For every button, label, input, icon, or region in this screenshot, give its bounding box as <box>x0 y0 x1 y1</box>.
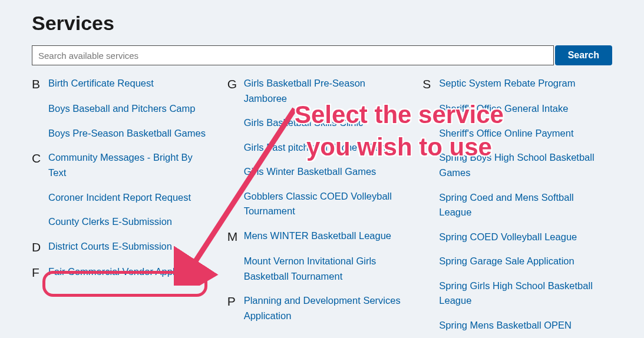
index-letter <box>422 279 439 309</box>
service-link[interactable]: Sheriff's Office Online Payment <box>439 126 585 141</box>
service-link[interactable]: Spring Garage Sale Application <box>439 254 586 269</box>
index-letter <box>32 190 48 206</box>
service-entry: County Clerks E-Submission <box>32 212 222 232</box>
service-entry: Spring Mens Basketball OPEN <box>422 316 612 336</box>
service-entry: Spring Girls High School Basketball Leag… <box>422 276 612 311</box>
service-entry: BBirth Certificate Request <box>32 74 222 94</box>
service-link[interactable]: Birth Certificate Request <box>48 76 166 92</box>
service-link[interactable]: District Courts E-Submission <box>48 239 184 255</box>
index-letter <box>422 254 439 269</box>
service-link[interactable]: Girls Basketball Pre-Season Jamboree <box>244 76 417 106</box>
index-letter: F <box>32 264 48 280</box>
index-letter: C <box>32 150 48 180</box>
service-entry: Boys Baseball and Pitchers Camp <box>32 99 222 119</box>
index-letter <box>227 115 244 131</box>
service-link[interactable]: Mount Vernon Invitational Girls Basketba… <box>244 254 417 284</box>
service-link[interactable]: Spring Boys High School Basketball Games <box>439 150 612 180</box>
service-link[interactable]: Sheriff's Office General Intake <box>439 101 580 117</box>
service-link[interactable]: Boys Pre-Season Basketball Games <box>48 126 217 141</box>
service-entry: PPlanning and Development Services Appli… <box>227 291 417 326</box>
service-link[interactable]: Spring COED Volleyball League <box>439 230 589 245</box>
index-letter: G <box>227 76 244 106</box>
index-letter: P <box>227 293 244 323</box>
service-entry: Sheriff's Office Online Payment <box>422 124 612 144</box>
service-entry: Spring COED Volleyball League <box>422 227 612 247</box>
service-entry: Girls Basketball Skills Clinic <box>227 113 417 133</box>
index-letter <box>422 230 439 245</box>
service-entry: SSeptic System Rebate Program <box>422 74 612 94</box>
index-letter <box>32 214 48 230</box>
service-entry: Sheriff's Office General Intake <box>422 99 612 119</box>
column-2: GGirls Basketball Pre-Season JamboreeGir… <box>227 74 417 335</box>
service-link[interactable]: Coroner Incident Report Request <box>48 190 203 206</box>
service-link[interactable]: County Clerks E-Submission <box>48 214 184 230</box>
service-entry: DDistrict Courts E-Submission <box>32 237 222 257</box>
index-letter: B <box>32 76 48 92</box>
service-link[interactable]: Planning and Development Services Applic… <box>244 293 417 323</box>
index-letter <box>227 189 244 219</box>
service-link[interactable]: Mens WINTER Basketball League <box>244 228 403 244</box>
service-link[interactable]: Septic System Rebate Program <box>439 76 587 92</box>
column-1: BBirth Certificate RequestBoys Baseball … <box>32 74 222 335</box>
service-link[interactable]: Spring Girls High School Basketball Leag… <box>439 279 612 309</box>
page-title: Services <box>32 12 612 35</box>
index-letter: S <box>422 76 439 92</box>
index-letter <box>422 150 439 180</box>
services-columns: BBirth Certificate RequestBoys Baseball … <box>32 74 612 335</box>
index-letter <box>32 126 48 141</box>
service-link[interactable]: Girls Fast pitch and Pitchers Camp <box>244 140 406 155</box>
service-entry: FFair Commercial Vendor Application <box>32 262 222 283</box>
search-input[interactable] <box>32 45 554 65</box>
service-link[interactable]: Spring Coed and Mens Softball League <box>439 190 612 220</box>
service-entry: Girls Fast pitch and Pitchers Camp <box>227 138 417 158</box>
service-entry: MMens WINTER Basketball League <box>227 226 417 247</box>
service-entry: Gobblers Classic COED Volleyball Tournam… <box>227 187 417 221</box>
service-link[interactable]: Community Messages - Bright By Text <box>48 150 222 180</box>
service-link[interactable]: Girls Basketball Skills Clinic <box>244 115 375 131</box>
column-3: SSeptic System Rebate ProgramSheriff's O… <box>422 74 612 335</box>
service-link[interactable]: Fair Commercial Vendor Application <box>48 264 214 280</box>
index-letter <box>422 318 439 333</box>
service-link[interactable]: Boys Baseball and Pitchers Camp <box>48 101 207 117</box>
service-entry: Spring Coed and Mens Softball League <box>422 188 612 223</box>
index-letter <box>422 101 439 117</box>
index-letter: D <box>32 239 48 255</box>
index-letter: M <box>227 228 244 244</box>
service-entry: Girls Winter Basketball Games <box>227 162 417 182</box>
service-entry: Coroner Incident Report Request <box>32 188 222 208</box>
service-link[interactable]: Girls Winter Basketball Games <box>244 164 388 180</box>
service-entry: Boys Pre-Season Basketball Games <box>32 124 222 144</box>
service-entry: Spring Garage Sale Application <box>422 251 612 271</box>
index-letter <box>32 101 48 117</box>
service-link[interactable]: Spring Mens Basketball OPEN <box>439 318 583 333</box>
index-letter <box>422 126 439 141</box>
service-entry: Spring Boys High School Basketball Games <box>422 148 612 183</box>
index-letter <box>227 164 244 180</box>
search-button[interactable]: Search <box>555 45 612 65</box>
service-entry: CCommunity Messages - Bright By Text <box>32 148 222 183</box>
search-row: Search <box>32 45 612 65</box>
index-letter <box>227 254 244 284</box>
service-entry: GGirls Basketball Pre-Season Jamboree <box>227 74 417 108</box>
index-letter <box>227 140 244 155</box>
service-link[interactable]: Gobblers Classic COED Volleyball Tournam… <box>244 189 417 219</box>
service-entry: Mount Vernon Invitational Girls Basketba… <box>227 251 417 286</box>
index-letter <box>422 190 439 220</box>
